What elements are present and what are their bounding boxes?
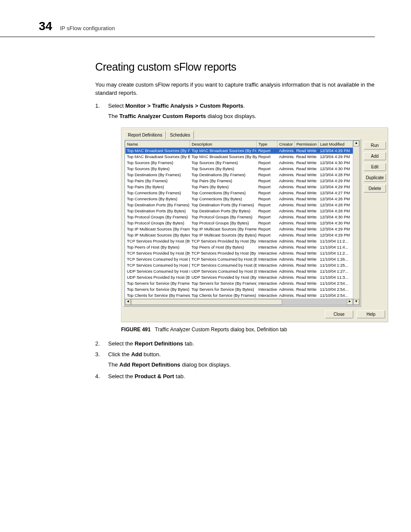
table-row[interactable]: Top Pairs (By Frames)Top Pairs (By Frame…: [125, 178, 353, 184]
cell-creator: Adminis...: [277, 280, 295, 286]
cell-perm: Read Write: [295, 196, 318, 202]
edit-button[interactable]: Edit: [364, 163, 386, 171]
cell-name: Top IP Multicast Sources (By Bytes): [125, 232, 190, 238]
cell-creator: Adminis...: [277, 262, 295, 268]
cell-mod: 12/3/04 4:30 PM: [318, 214, 353, 220]
cell-desc: TCP Services Consumed by Host (By Bytes): [190, 262, 257, 268]
col-type[interactable]: Type: [257, 140, 277, 147]
cell-perm: Read Write: [295, 232, 318, 238]
cell-name: Top Destination Ports (By Frames): [125, 202, 190, 208]
table-row[interactable]: Top Clients for Service (By Frames)Top C…: [125, 292, 353, 299]
delete-button[interactable]: Delete: [364, 184, 386, 193]
cell-perm: Read Write: [295, 280, 318, 286]
add-button[interactable]: Add: [364, 152, 386, 160]
table-row[interactable]: Top MAC Broadcast Sources (By Bytes)Top …: [125, 154, 353, 160]
cell-mod: 11/10/04 11:4...: [318, 244, 353, 250]
table-row[interactable]: Top Pairs (By Bytes)Top Pairs (By Bytes)…: [125, 184, 353, 190]
cell-desc: Top Servers for Service (By Frames): [190, 280, 257, 286]
cell-mod: 12/3/04 4:29 PM: [318, 232, 353, 238]
cell-desc: Top Peers of Host (By Bytes): [190, 244, 257, 250]
table-row[interactable]: UDP Services Consumed by Host (By ...UDP…: [125, 268, 353, 274]
table-row[interactable]: Top Servers for Service (By Bytes)Top Se…: [125, 286, 353, 292]
scroll-up-icon[interactable]: ▲: [353, 140, 359, 146]
table-row[interactable]: Top Protocol Groups (By Bytes)Top Protoc…: [125, 220, 353, 226]
col-creator[interactable]: Creator: [277, 140, 295, 147]
cell-name: Top Sources (By Frames): [125, 160, 190, 166]
help-button[interactable]: Help: [357, 310, 385, 318]
cell-mod: 12/3/04 4:27 PM: [318, 190, 353, 196]
cell-creator: Adminis...: [277, 196, 295, 202]
table-row[interactable]: Top Sources (By Frames)Top Sources (By F…: [125, 160, 353, 166]
horizontal-scrollbar[interactable]: ◄ ►: [125, 299, 353, 305]
table-row[interactable]: Top Connections (By Bytes)Top Connection…: [125, 196, 353, 202]
cell-desc: Top Sources (By Frames): [190, 160, 257, 166]
table-row[interactable]: UDP Services Provided by Host (By By...U…: [125, 274, 353, 280]
col-description[interactable]: Description: [190, 140, 257, 147]
table-row[interactable]: Top IP Multicast Sources (By Bytes)Top I…: [125, 232, 353, 238]
cell-desc: UDP Services Consumed by Host (By Fram..…: [190, 268, 257, 274]
cell-creator: Adminis...: [277, 244, 295, 250]
scroll-down-icon[interactable]: ▼: [353, 299, 359, 305]
cell-name: UDP Services Provided by Host (By By...: [125, 274, 190, 280]
table-row[interactable]: Top Destination Ports (By Frames)Top Des…: [125, 202, 353, 208]
cell-creator: Adminis...: [277, 250, 295, 256]
cell-mod: 11/10/04 1:25...: [318, 262, 353, 268]
cell-desc: Top Clients for Service (By Frames): [190, 292, 257, 299]
cell-mod: 12/3/04 4:26 PM: [318, 196, 353, 202]
cell-mod: 11/10/04 11:3...: [318, 274, 353, 280]
reports-table[interactable]: Name Description Type Creator Permission…: [125, 140, 353, 299]
cell-type: Interactive: [257, 262, 277, 268]
table-row[interactable]: Top Servers for Service (By Frames)Top S…: [125, 280, 353, 286]
page-header: 34 IP sFlow configuration: [0, 19, 375, 37]
run-button[interactable]: Run: [364, 141, 386, 149]
page-title: Creating custom sFlow reports: [95, 61, 375, 73]
close-button[interactable]: Close: [325, 310, 353, 318]
tab-report-definitions[interactable]: Report Definitions: [124, 131, 166, 139]
cell-desc: Top Connections (By Frames): [190, 190, 257, 196]
cell-type: Interactive: [257, 274, 277, 280]
cell-desc: TCP Services Provided by Host (By Bytes): [190, 250, 257, 256]
scroll-left-icon[interactable]: ◄: [125, 299, 131, 305]
scroll-thumb[interactable]: [131, 299, 282, 305]
cell-creator: Adminis...: [277, 268, 295, 274]
tab-schedules[interactable]: Schedules: [166, 131, 194, 139]
table-row[interactable]: TCP Services Consumed by Host (By ...TCP…: [125, 262, 353, 268]
col-permission[interactable]: Permission: [295, 140, 318, 147]
cell-type: Report: [257, 214, 277, 220]
table-row[interactable]: Top Destinations (By Frames)Top Destinat…: [125, 172, 353, 178]
table-row[interactable]: Top IP Multicast Sources (By Frames)Top …: [125, 226, 353, 232]
cell-desc: Top Servers for Service (By Bytes): [190, 286, 257, 292]
table-row[interactable]: Top Sources (By Bytes)Top Sources (By By…: [125, 166, 353, 172]
table-row[interactable]: Top MAC Broadcast Sources (By Fram...Top…: [125, 147, 353, 154]
step-2: 2. Select the Report Definitions tab.: [95, 340, 375, 347]
step-text: Select Monitor > Traffic Analysis > Cust…: [108, 103, 245, 109]
cell-name: Top Connections (By Bytes): [125, 196, 190, 202]
table-row[interactable]: TCP Services Consumed by Host (By F...TC…: [125, 256, 353, 262]
scroll-right-icon[interactable]: ►: [347, 299, 353, 305]
col-last-modified[interactable]: Last Modified: [318, 140, 353, 147]
table-header-row[interactable]: Name Description Type Creator Permission…: [125, 140, 353, 147]
table-row[interactable]: Top Peers of Host (By Bytes)Top Peers of…: [125, 244, 353, 250]
table-row[interactable]: Top Connections (By Frames)Top Connectio…: [125, 190, 353, 196]
cell-perm: Read Write: [295, 184, 318, 190]
cell-name: Top IP Multicast Sources (By Frames): [125, 226, 190, 232]
col-name[interactable]: Name: [125, 140, 190, 147]
cell-desc: Top IP Multicast Sources (By Bytes): [190, 232, 257, 238]
table-row[interactable]: TCP Services Provided by Host (By By...T…: [125, 250, 353, 256]
step-number: 1.: [95, 103, 100, 109]
table-row[interactable]: TCP Services Provided by Host (By Fr...T…: [125, 238, 353, 244]
cell-perm: Read Write: [295, 166, 318, 172]
step-number: 3.: [95, 351, 100, 358]
duplicate-button[interactable]: Duplicate: [364, 174, 386, 182]
cell-perm: Read Write: [295, 292, 318, 299]
cell-desc: Top Protocol Groups (By Frames): [190, 214, 257, 220]
cell-creator: Adminis...: [277, 214, 295, 220]
cell-mod: 11/10/04 11:2...: [318, 238, 353, 244]
cell-type: Report: [257, 166, 277, 172]
vertical-scrollbar[interactable]: ▲ ▼: [353, 140, 359, 305]
table-row[interactable]: Top Destination Ports (By Bytes)Top Dest…: [125, 208, 353, 214]
cell-desc: Top MAC Broadcast Sources (By Bytes): [190, 154, 257, 160]
tab-panel: Name Description Type Creator Permission…: [123, 139, 361, 307]
cell-mod: 12/3/04 4:29 PM: [318, 147, 353, 154]
table-row[interactable]: Top Protocol Groups (By Frames)Top Proto…: [125, 214, 353, 220]
